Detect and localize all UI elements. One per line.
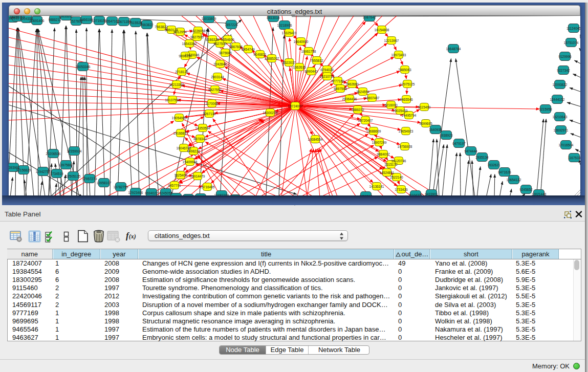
svg-text:18724007: 18724007 (288, 104, 303, 108)
svg-text:13226058: 13226058 (191, 29, 206, 33)
svg-text:16210722: 16210722 (320, 75, 335, 78)
svg-text:6479197: 6479197 (452, 142, 466, 145)
svg-text:12942757: 12942757 (36, 170, 51, 173)
svg-text:10021448: 10021448 (532, 192, 547, 196)
svg-text:14524851: 14524851 (380, 171, 395, 174)
svg-text:9457791: 9457791 (168, 184, 181, 187)
svg-text:9650213: 9650213 (359, 194, 373, 196)
svg-text:2354600: 2354600 (221, 38, 234, 41)
svg-text:8694022: 8694022 (145, 191, 158, 195)
svg-text:9884007: 9884007 (377, 152, 390, 156)
svg-text:8454749: 8454749 (242, 48, 255, 51)
svg-text:10653267: 10653267 (59, 16, 74, 18)
svg-text:15300275: 15300275 (263, 111, 278, 115)
svg-text:20206536: 20206536 (46, 152, 61, 156)
svg-text:7632621: 7632621 (487, 163, 500, 167)
svg-text:9115460: 9115460 (418, 105, 431, 109)
svg-text:2803144: 2803144 (211, 75, 224, 79)
svg-text:20364436: 20364436 (342, 97, 357, 101)
svg-text:7857224: 7857224 (225, 23, 238, 27)
svg-text:10482209: 10482209 (214, 193, 229, 196)
svg-text:9227342: 9227342 (557, 69, 570, 72)
svg-text:8912954: 8912954 (173, 30, 187, 34)
svg-text:9896120: 9896120 (179, 54, 192, 58)
svg-text:7886372: 7886372 (351, 108, 364, 112)
svg-text:8186328: 8186328 (206, 38, 219, 41)
svg-text:10107552: 10107552 (165, 98, 180, 102)
svg-text:6794028: 6794028 (320, 68, 334, 72)
svg-text:10807487: 10807487 (365, 96, 380, 100)
svg-text:16782759: 16782759 (114, 185, 128, 189)
svg-text:14495794: 14495794 (402, 114, 417, 117)
svg-text:1615172: 1615172 (384, 163, 398, 166)
svg-text:9129996: 9129996 (558, 55, 572, 58)
svg-text:12213369: 12213369 (169, 83, 184, 86)
svg-text:16961758: 16961758 (301, 50, 316, 53)
svg-text:9699695: 9699695 (419, 122, 432, 125)
svg-text:11104228: 11104228 (408, 193, 423, 196)
svg-text:9777169: 9777169 (331, 79, 344, 83)
svg-text:9327505: 9327505 (213, 42, 227, 46)
svg-text:2867608: 2867608 (229, 45, 243, 49)
svg-text:1733426: 1733426 (395, 188, 408, 191)
svg-text:13975887: 13975887 (59, 163, 74, 167)
svg-text:17016504: 17016504 (559, 143, 574, 147)
svg-text:14353594: 14353594 (195, 126, 210, 130)
svg-text:10654122: 10654122 (507, 178, 521, 182)
svg-text:9245652: 9245652 (519, 188, 533, 191)
svg-text:16210643: 16210643 (553, 115, 568, 119)
svg-text:16914479: 16914479 (190, 174, 205, 178)
svg-text:7625402: 7625402 (174, 173, 187, 177)
svg-text:12093822: 12093822 (553, 83, 568, 86)
svg-text:20691406: 20691406 (30, 19, 45, 23)
svg-text:9886211: 9886211 (49, 18, 61, 21)
svg-text:12213967: 12213967 (384, 39, 399, 42)
svg-text:16640910: 16640910 (294, 40, 309, 43)
svg-text:2935134: 2935134 (475, 156, 489, 159)
svg-text:8990443: 8990443 (304, 70, 318, 73)
svg-text:1734519: 1734519 (50, 172, 63, 176)
svg-text:14136141: 14136141 (369, 185, 384, 188)
svg-text:15885207: 15885207 (265, 57, 279, 60)
svg-text:16120746: 16120746 (391, 159, 406, 163)
svg-text:8938923: 8938923 (440, 134, 453, 137)
svg-text:6466160: 6466160 (80, 18, 93, 21)
svg-text:8471626: 8471626 (498, 170, 511, 174)
svg-text:15409948: 15409948 (183, 160, 198, 164)
svg-text:12975125: 12975125 (400, 82, 415, 86)
svg-text:15692971: 15692971 (554, 128, 569, 132)
svg-text:3267110: 3267110 (203, 112, 216, 116)
svg-text:2522140: 2522140 (390, 176, 403, 179)
svg-text:15751074: 15751074 (564, 41, 579, 45)
svg-text:26053346: 26053346 (76, 65, 91, 69)
svg-text:3215958: 3215958 (539, 107, 552, 111)
svg-text:19756928: 19756928 (398, 145, 412, 148)
svg-text:7955812: 7955812 (310, 59, 323, 62)
svg-text:9146821: 9146821 (253, 53, 267, 56)
svg-text:17957273: 17957273 (82, 177, 97, 181)
svg-text:10958107: 10958107 (97, 181, 112, 185)
svg-text:19654923: 19654923 (399, 129, 413, 133)
svg-text:8813014: 8813014 (267, 16, 280, 19)
svg-text:2087642: 2087642 (363, 16, 376, 19)
svg-text:19166827: 19166827 (173, 132, 188, 135)
svg-text:10218906: 10218906 (277, 24, 292, 27)
svg-text:7485063: 7485063 (398, 68, 411, 72)
svg-text:18907249: 18907249 (372, 141, 387, 144)
svg-text:11124045: 11124045 (567, 27, 580, 30)
svg-text:3875685: 3875685 (219, 51, 232, 55)
svg-text:16033809: 16033809 (202, 17, 216, 20)
svg-text:1170060: 1170060 (206, 102, 219, 105)
svg-text:15716485: 15716485 (200, 185, 215, 189)
svg-text:19054985: 19054985 (172, 116, 187, 120)
svg-text:6216000: 6216000 (384, 103, 398, 107)
svg-text:10973493: 10973493 (391, 53, 406, 57)
svg-text:15720407: 15720407 (358, 119, 373, 122)
svg-text:12444152: 12444152 (550, 98, 565, 101)
svg-text:9465546: 9465546 (400, 98, 413, 101)
svg-text:8878342: 8878342 (193, 137, 207, 141)
svg-text:16648784: 16648784 (446, 47, 461, 51)
svg-text:19384554: 19384554 (308, 138, 323, 141)
svg-text:4498222: 4498222 (187, 149, 200, 153)
svg-text:7462660: 7462660 (345, 82, 359, 86)
